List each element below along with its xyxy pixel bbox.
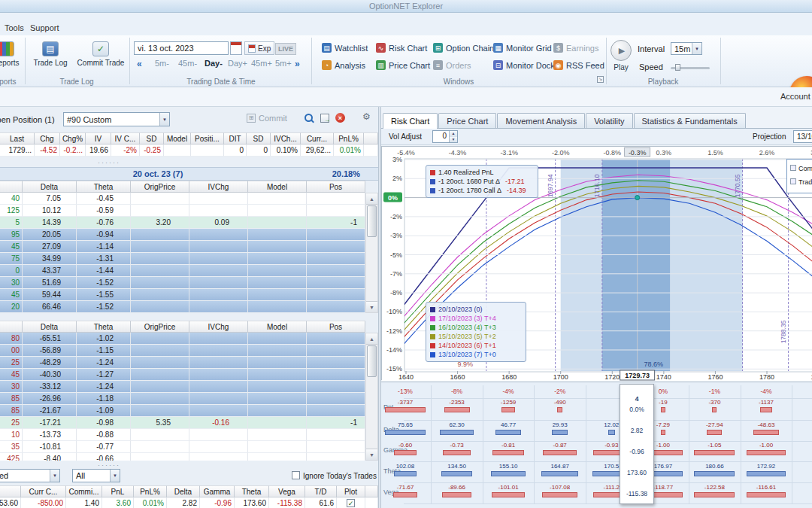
trades-scope-select[interactable]: All bbox=[72, 469, 120, 482]
option-row[interactable]: 9520.05-0.94 bbox=[0, 229, 365, 241]
gear-icon[interactable] bbox=[362, 111, 371, 122]
scroll-thumb[interactable] bbox=[367, 345, 377, 377]
calendar-icon[interactable] bbox=[230, 41, 242, 55]
summary-col-header[interactable]: DIT bbox=[224, 132, 247, 144]
summary-col-header[interactable]: IV bbox=[86, 132, 111, 144]
nav-5m-plus[interactable]: 5m+ bbox=[275, 59, 292, 68]
interval-select[interactable]: 15m bbox=[671, 42, 702, 55]
option-row[interactable]: 35-10.81-0.77 bbox=[0, 441, 365, 453]
summary-col-header[interactable]: Chg% bbox=[60, 132, 86, 144]
option-row[interactable]: 2066.46-1.52 bbox=[0, 301, 365, 313]
totals-col-header[interactable]: Vega bbox=[269, 485, 305, 497]
chain-col-header[interactable]: Delta bbox=[23, 321, 77, 333]
speed-slider-thumb[interactable] bbox=[675, 64, 680, 71]
windows-watchlist[interactable]: Watchlist bbox=[322, 43, 368, 53]
menu-tools[interactable]: Tools bbox=[0, 23, 29, 33]
option-row[interactable]: 10-13.73-0.88 bbox=[0, 429, 365, 441]
chain-col-header[interactable]: Model bbox=[248, 321, 307, 333]
scroll-down-icon[interactable] bbox=[366, 449, 377, 460]
tab-statistics-fundamentals[interactable]: Statistics & Fundamentals bbox=[634, 113, 746, 129]
nav-45m-plus[interactable]: 45m+ bbox=[251, 59, 272, 68]
option-row[interactable]: 45-40.30-1.27 bbox=[0, 369, 365, 381]
option-row[interactable]: 25-17.21-0.985.35-0.16-1 bbox=[0, 417, 365, 429]
summary-col-header[interactable]: SD bbox=[247, 132, 271, 144]
summary-row[interactable]: 1729...-4.52-0.2...19.66-2%-0.25000.10%2… bbox=[0, 144, 378, 157]
windows-rss-feed[interactable]: RSS Feed bbox=[553, 60, 604, 70]
chain-col-header[interactable]: OrigPrice bbox=[131, 321, 189, 333]
totals-col-header[interactable] bbox=[0, 485, 21, 497]
trading-date-field[interactable]: vi. 13 oct. 2023 bbox=[134, 41, 229, 55]
option-row[interactable]: 043.37-1.44 bbox=[0, 265, 365, 277]
nav-day-plus[interactable]: Day+ bbox=[228, 59, 247, 68]
totals-col-header[interactable]: T/D bbox=[305, 485, 337, 497]
calls-scrollbar[interactable] bbox=[365, 193, 378, 313]
nav-day-minus[interactable]: Day- bbox=[205, 59, 223, 68]
totals-row[interactable]: 53.60-850.001.403.600.01%2.82-0.96173.60… bbox=[0, 497, 378, 508]
spin-down-icon[interactable] bbox=[450, 137, 457, 143]
summary-col-header[interactable]: Positi... bbox=[191, 132, 224, 144]
windows-price-chart[interactable]: Price Chart bbox=[376, 60, 430, 70]
option-row[interactable]: 30-33.12-1.24 bbox=[0, 381, 365, 393]
totals-col-header[interactable]: PnL% bbox=[134, 485, 167, 497]
totals-col-header[interactable]: Delta bbox=[167, 485, 200, 497]
chain-col-header[interactable]: Model bbox=[248, 181, 307, 193]
summary-col-header[interactable]: Model bbox=[164, 132, 191, 144]
windows-earnings[interactable]: Earnings bbox=[553, 43, 598, 53]
summary-col-header[interactable]: SD bbox=[140, 132, 164, 144]
nav-back-fast[interactable]: « bbox=[137, 59, 142, 69]
chain-col-header[interactable] bbox=[0, 181, 23, 193]
summary-col-header[interactable]: PnL% bbox=[334, 132, 364, 144]
scroll-down-icon[interactable] bbox=[366, 301, 377, 312]
tab-volatility[interactable]: Volatility bbox=[586, 113, 632, 129]
chain-col-header[interactable]: IVChg bbox=[189, 181, 248, 193]
vol-adjust-spinner[interactable]: 0 bbox=[432, 130, 458, 143]
option-row[interactable]: 3051.69-1.52 bbox=[0, 277, 365, 289]
summary-col-header[interactable]: Chg bbox=[35, 132, 60, 144]
totals-col-header[interactable]: Plot bbox=[337, 485, 365, 497]
play-button[interactable] bbox=[611, 40, 632, 61]
totals-col-header[interactable]: Commi... bbox=[66, 485, 102, 497]
chain-col-header[interactable]: Theta bbox=[77, 321, 131, 333]
scroll-thumb[interactable] bbox=[367, 205, 377, 237]
summary-col-header[interactable]: Last bbox=[0, 132, 35, 144]
summary-col-header[interactable]: IV C... bbox=[111, 132, 140, 144]
chain-col-header[interactable]: OrigPrice bbox=[131, 181, 189, 193]
windows-analysis[interactable]: Analysis bbox=[322, 60, 365, 70]
tab-movement-analysis[interactable]: Movement Analysis bbox=[497, 113, 585, 129]
windows-dialog-launcher-icon[interactable] bbox=[597, 76, 604, 83]
comm-trade-overlay[interactable]: Comm Trade bbox=[786, 159, 812, 193]
scroll-up-icon[interactable] bbox=[366, 333, 377, 345]
current-price-column[interactable]: 40.0%2.82-0.96173.60-115.38 bbox=[620, 384, 654, 504]
menu-support[interactable]: Support bbox=[26, 23, 64, 33]
windows-orders[interactable]: Orders bbox=[433, 60, 471, 70]
nav-forward-fast[interactable]: » bbox=[295, 59, 300, 69]
nav-45m-minus[interactable]: 45m- bbox=[178, 59, 197, 68]
option-row[interactable]: 85-26.96-1.18 bbox=[0, 393, 365, 405]
speed-slider[interactable] bbox=[671, 67, 710, 69]
puts-scrollbar[interactable] bbox=[365, 333, 378, 461]
tab-price-chart[interactable]: Price Chart bbox=[438, 113, 496, 129]
totals-col-header[interactable]: Theta bbox=[235, 485, 269, 497]
plot-checkbox[interactable] bbox=[347, 499, 355, 507]
option-row[interactable]: 514.39-0.763.200.09-1 bbox=[0, 217, 365, 229]
option-row[interactable]: 00-56.89-1.15 bbox=[0, 345, 365, 357]
trades-filter-select[interactable]: Consolidated bbox=[0, 469, 60, 482]
expiry-section-header[interactable]: 20 oct. 23 (7) 20.18% bbox=[0, 167, 378, 181]
chain-col-header[interactable]: IVChg bbox=[189, 321, 248, 333]
option-row[interactable]: 12510.12-0.59 bbox=[0, 205, 365, 217]
option-row[interactable]: 80-65.51-1.02 bbox=[0, 333, 365, 345]
chain-col-header[interactable]: Pos bbox=[307, 181, 365, 193]
windows-monitor-dock[interactable]: Monitor Dock bbox=[493, 60, 555, 70]
comm-row[interactable]: Comm bbox=[790, 162, 812, 175]
chain-col-header[interactable]: Pos bbox=[307, 321, 365, 333]
option-row[interactable]: 4527.09-1.14 bbox=[0, 241, 365, 253]
option-row[interactable]: 425-8.40-0.66 bbox=[0, 453, 365, 461]
windows-option-chain[interactable]: Option Chain bbox=[433, 43, 494, 53]
totals-col-header[interactable]: Gamma bbox=[200, 485, 235, 497]
windows-monitor-grid[interactable]: Monitor Grid bbox=[493, 43, 552, 53]
option-row[interactable]: 407.05-0.45 bbox=[0, 193, 365, 205]
splitter-handle[interactable] bbox=[79, 461, 139, 469]
position-select[interactable]: #90 Custom bbox=[63, 112, 170, 126]
scroll-up-icon[interactable] bbox=[366, 193, 377, 205]
reports-button[interactable]: Reports bbox=[0, 41, 26, 67]
